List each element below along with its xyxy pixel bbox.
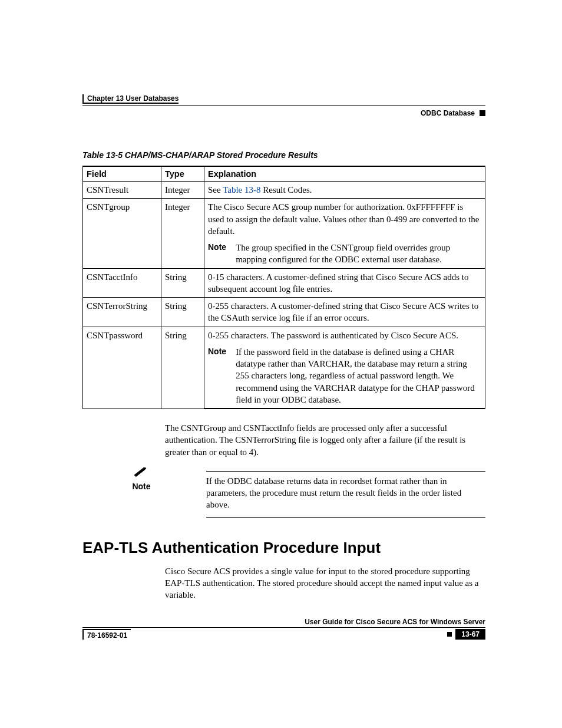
cell-field: CSNTresult xyxy=(83,182,161,199)
cell-explanation: See Table 13-8 Result Codes. xyxy=(204,182,485,199)
cell-field: CSNTacctInfo xyxy=(83,268,161,298)
th-explanation: Explanation xyxy=(204,166,485,182)
body-paragraph: Cisco Secure ACS provides a single value… xyxy=(165,565,485,601)
page-footer: User Guide for Cisco Secure ACS for Wind… xyxy=(82,618,485,640)
note-callout-text: If the ODBC database returns data in rec… xyxy=(206,471,485,518)
cell-type: String xyxy=(161,298,204,327)
cell-field: CSNTerrorString xyxy=(83,298,161,327)
note-callout-icon-col: Note xyxy=(124,467,159,491)
table-link[interactable]: Table 13-8 xyxy=(223,185,260,195)
results-table: Field Type Explanation CSNTresult Intege… xyxy=(82,166,485,409)
footer-doc-number: 78-16592-01 xyxy=(82,629,131,640)
footer-page-number: 13-67 xyxy=(455,629,485,640)
cell-explanation: 0-255 characters. The password is authen… xyxy=(204,327,485,344)
th-type: Type xyxy=(161,166,204,182)
table-row: CSNTacctInfo String 0-15 characters. A c… xyxy=(83,268,485,298)
section-heading: EAP-TLS Authentication Procedure Input xyxy=(82,539,485,557)
footer-book-title: User Guide for Cisco Secure ACS for Wind… xyxy=(82,618,485,628)
table-row: CSNTgroup Integer The Cisco Secure ACS g… xyxy=(83,199,485,239)
page-header-top: Chapter 13 User Databases xyxy=(82,94,485,106)
page-header-section: ODBC Database xyxy=(82,109,485,117)
cell-type: String xyxy=(161,268,204,298)
table-row: CSNTresult Integer See Table 13-8 Result… xyxy=(83,182,485,199)
table-row: CSNTerrorString String 0-255 characters.… xyxy=(83,298,485,327)
note-text: If the password field in the database is… xyxy=(236,346,481,406)
header-square-icon xyxy=(480,110,485,116)
footer-square-icon xyxy=(447,632,452,637)
section-label: ODBC Database xyxy=(421,109,475,117)
cell-type: Integer xyxy=(161,182,204,199)
cell-field: CSNTpassword xyxy=(83,327,161,409)
cell-field: CSNTgroup xyxy=(83,199,161,268)
chapter-label: Chapter 13 User Databases xyxy=(82,94,178,104)
note-label: Note xyxy=(208,242,226,266)
note-text: The group specified in the CSNTgroup fie… xyxy=(236,242,481,266)
cell-explanation: 0-15 characters. A customer-defined stri… xyxy=(204,268,485,298)
cell-type: String xyxy=(161,327,204,409)
note-label: Note xyxy=(208,346,226,406)
cell-explanation: The Cisco Secure ACS group number for au… xyxy=(204,199,485,239)
table-row: CSNTpassword String 0-255 characters. Th… xyxy=(83,327,485,344)
body-paragraph: The CSNTGroup and CSNTacctInfo fields ar… xyxy=(165,422,485,458)
table-caption: Table 13-5 CHAP/MS-CHAP/ARAP Stored Proc… xyxy=(82,150,485,160)
cell-type: Integer xyxy=(161,199,204,268)
pencil-icon xyxy=(124,467,159,482)
th-field: Field xyxy=(83,166,161,182)
note-callout-label: Note xyxy=(124,482,159,491)
cell-explanation: 0-255 characters. A customer-defined str… xyxy=(204,298,485,327)
